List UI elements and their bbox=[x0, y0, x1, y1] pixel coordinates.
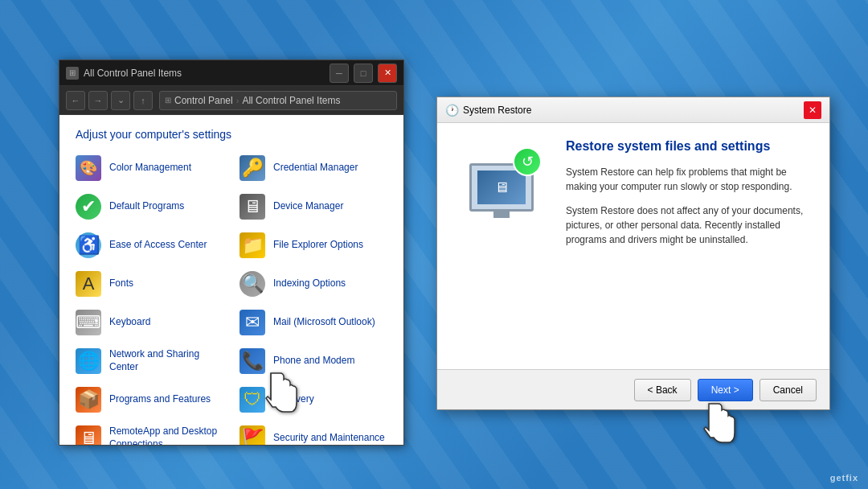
monitor-screen: 🖥 bbox=[477, 171, 526, 204]
system-restore-dialog: 🕐 System Restore ✕ ↺ 🖥 Restore system fi… bbox=[436, 97, 830, 410]
dialog-illustration: ↺ 🖥 bbox=[453, 139, 550, 353]
dialog-close-button[interactable]: ✕ bbox=[804, 101, 821, 119]
cp-item-icon-mail: ✉ bbox=[240, 310, 265, 335]
cp-item-label-fonts: Fonts bbox=[109, 277, 133, 290]
clock-icon: ↺ bbox=[513, 147, 542, 176]
restore-image: ↺ 🖥 bbox=[461, 147, 542, 220]
cp-item-icon-color-management: 🎨 bbox=[76, 155, 101, 181]
dialog-title-icon: 🕐 bbox=[445, 104, 458, 117]
cp-item-label-phone: Phone and Modem bbox=[273, 355, 354, 368]
cp-item-file-explorer[interactable]: 📁File Explorer Options bbox=[231, 226, 395, 265]
cp-toolbar: ← → ⌄ ↑ ⊞ Control Panel › All Control Pa… bbox=[59, 86, 403, 115]
cp-item-icon-remoteapp: 🖥 bbox=[76, 425, 101, 445]
cp-titlebar: ⊞ All Control Panel Items ─ □ ✕ bbox=[59, 60, 403, 86]
cp-item-ease-of-access[interactable]: ♿Ease of Access Center bbox=[68, 226, 231, 265]
cp-item-label-default-programs: Default Programs bbox=[109, 200, 184, 213]
dialog-titlebar: 🕐 System Restore ✕ bbox=[437, 97, 829, 123]
cp-title-text: All Control Panel Items bbox=[84, 68, 325, 79]
cp-item-icon-programs: 📦 bbox=[76, 387, 101, 413]
cp-item-icon-indexing: 🔍 bbox=[240, 271, 265, 297]
cp-item-icon-keyboard: ⌨ bbox=[76, 310, 101, 335]
cp-content: Adjust your computer's settings 🎨Color M… bbox=[59, 115, 403, 445]
cp-item-label-network: Network and Sharing Center bbox=[109, 348, 223, 373]
cp-item-icon-phone: 📞 bbox=[240, 348, 265, 374]
cp-item-indexing[interactable]: 🔍Indexing Options bbox=[231, 265, 395, 303]
cp-item-label-credential-manager: Credential Manager bbox=[273, 162, 358, 175]
cp-item-icon-network: 🌐 bbox=[76, 348, 101, 374]
cp-item-label-file-explorer: File Explorer Options bbox=[273, 239, 363, 252]
dialog-text-area: Restore system files and settings System… bbox=[566, 139, 813, 353]
cp-item-network[interactable]: 🌐Network and Sharing Center bbox=[68, 342, 231, 380]
dialog-para2: System Restore does not affect any of yo… bbox=[566, 203, 813, 247]
back-nav-button[interactable]: ← bbox=[66, 91, 85, 110]
cp-item-remoteapp[interactable]: 🖥RemoteApp and Desktop Connections bbox=[68, 419, 231, 445]
cp-item-label-keyboard: Keyboard bbox=[109, 316, 150, 329]
cp-item-recovery[interactable]: 🛡Recovery bbox=[231, 380, 395, 419]
cp-item-icon-security: 🚩 bbox=[240, 425, 265, 445]
cp-heading: Adjust your computer's settings bbox=[59, 115, 403, 149]
cp-item-credential-manager[interactable]: 🔑Credential Manager bbox=[231, 149, 395, 187]
cp-item-icon-fonts: A bbox=[76, 271, 101, 297]
cp-item-device-manager[interactable]: 🖥Device Manager bbox=[231, 187, 395, 226]
cp-item-icon-ease-of-access: ♿ bbox=[76, 232, 101, 258]
cp-item-icon-credential-manager: 🔑 bbox=[240, 155, 265, 181]
dialog-main-title: Restore system files and settings bbox=[566, 139, 813, 154]
minimize-button[interactable]: ─ bbox=[330, 64, 349, 83]
cp-item-label-indexing: Indexing Options bbox=[273, 277, 346, 290]
watermark: getfix bbox=[830, 473, 858, 483]
cp-item-label-remoteapp: RemoteApp and Desktop Connections bbox=[109, 425, 223, 445]
address-items: All Control Panel Items bbox=[242, 95, 340, 106]
dialog-footer: < Back Next > Cancel bbox=[437, 369, 829, 409]
forward-nav-button[interactable]: → bbox=[88, 91, 108, 110]
cp-item-label-recovery: Recovery bbox=[273, 393, 314, 406]
cp-item-security[interactable]: 🚩Security and Maintenance bbox=[231, 419, 395, 445]
cp-items-grid: 🎨Color Management🔑Credential Manager✔Def… bbox=[59, 149, 403, 445]
control-panel-window: ⊞ All Control Panel Items ─ □ ✕ ← → ⌄ ↑ … bbox=[59, 60, 404, 446]
cp-item-fonts[interactable]: AFonts bbox=[68, 265, 231, 303]
cp-item-label-ease-of-access: Ease of Access Center bbox=[109, 239, 207, 252]
cp-item-programs[interactable]: 📦Programs and Features bbox=[68, 380, 231, 419]
address-cp: Control Panel bbox=[174, 95, 233, 106]
cp-item-icon-recovery: 🛡 bbox=[240, 387, 265, 413]
cp-item-label-device-manager: Device Manager bbox=[273, 200, 343, 213]
cp-item-phone[interactable]: 📞Phone and Modem bbox=[231, 342, 395, 380]
cp-item-label-programs: Programs and Features bbox=[109, 393, 211, 406]
monitor-stand bbox=[493, 212, 510, 218]
cp-item-label-security: Security and Maintenance bbox=[273, 432, 385, 445]
cp-item-color-management[interactable]: 🎨Color Management bbox=[68, 149, 231, 187]
cp-item-default-programs[interactable]: ✔Default Programs bbox=[68, 187, 231, 226]
cp-title-icon: ⊞ bbox=[66, 67, 79, 80]
dialog-body: ↺ 🖥 Restore system files and settings Sy… bbox=[437, 123, 829, 369]
close-button[interactable]: ✕ bbox=[378, 64, 397, 83]
address-sep1: › bbox=[236, 96, 240, 105]
cp-item-keyboard[interactable]: ⌨Keyboard bbox=[68, 303, 231, 342]
address-bar[interactable]: ⊞ Control Panel › All Control Panel Item… bbox=[159, 91, 397, 110]
cp-item-icon-file-explorer: 📁 bbox=[240, 232, 265, 258]
cancel-button[interactable]: Cancel bbox=[760, 379, 817, 401]
back-button[interactable]: < Back bbox=[634, 379, 691, 401]
maximize-button[interactable]: □ bbox=[354, 64, 373, 83]
address-icon: ⊞ bbox=[165, 96, 171, 105]
next-button[interactable]: Next > bbox=[698, 379, 753, 401]
cp-item-mail[interactable]: ✉Mail (Microsoft Outlook) bbox=[231, 303, 395, 342]
cp-item-label-mail: Mail (Microsoft Outlook) bbox=[273, 316, 375, 329]
recent-nav-button[interactable]: ⌄ bbox=[111, 91, 130, 110]
cp-item-icon-default-programs: ✔ bbox=[76, 194, 101, 220]
up-nav-button[interactable]: ↑ bbox=[133, 91, 153, 110]
cp-item-icon-device-manager: 🖥 bbox=[240, 194, 265, 220]
cp-item-label-color-management: Color Management bbox=[109, 162, 191, 175]
dialog-para1: System Restore can help fix problems tha… bbox=[566, 165, 813, 194]
dialog-title-text: System Restore bbox=[463, 105, 799, 116]
